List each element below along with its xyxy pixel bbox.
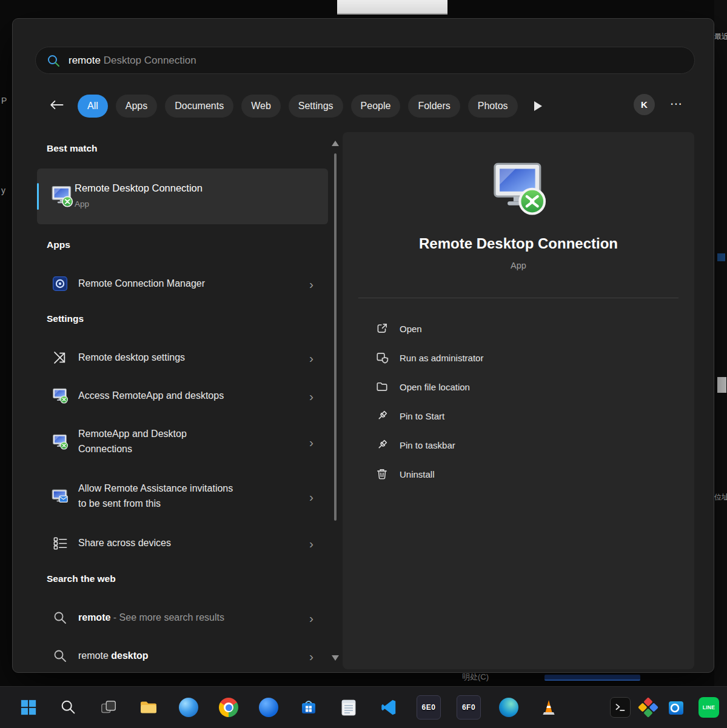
action-run-as-admin[interactable]: Run as administrator — [363, 343, 674, 372]
badge-text: 6F0 — [462, 703, 475, 712]
background-fragment: 明处(C) — [462, 672, 489, 683]
vscode-button[interactable] — [375, 694, 402, 721]
search-glyph-icon — [50, 646, 70, 666]
account-avatar[interactable]: K — [634, 94, 655, 115]
pin-icon — [375, 409, 389, 422]
search-input[interactable]: remote Desktop Connection — [35, 47, 695, 74]
background-fragment: 最近 — [714, 32, 727, 42]
section-heading-best-match: Best match — [47, 143, 98, 154]
admin-shield-icon — [375, 351, 389, 364]
suggestion-text: Desktop Connection — [101, 55, 196, 66]
result-label: Remote desktop settings — [78, 350, 185, 366]
vlc-button[interactable] — [535, 694, 562, 721]
store-button[interactable] — [295, 694, 322, 721]
best-match-title: Remote Desktop Connection — [75, 182, 203, 194]
desktop: 最近 位址 P y 明处(C) remote Desktop Connectio… — [0, 0, 727, 728]
scrollbar-thumb[interactable] — [334, 153, 337, 521]
blue-circle-app-button[interactable] — [255, 694, 282, 721]
rdp-app-icon-large — [487, 157, 550, 222]
line-icon: LINE — [699, 697, 719, 718]
action-label: Open file location — [400, 382, 470, 392]
search-icon — [59, 698, 78, 716]
background-link-fragment — [544, 675, 640, 681]
chevron-right-icon[interactable] — [309, 650, 313, 663]
overflow-menu-button[interactable] — [670, 96, 682, 111]
chevron-right-icon[interactable] — [309, 612, 313, 624]
windows-logo-icon — [20, 699, 37, 716]
remoteapp-icon — [50, 386, 70, 406]
tab-people[interactable]: People — [351, 95, 401, 118]
chevron-right-icon[interactable] — [309, 490, 313, 503]
background-window-strip — [714, 0, 727, 686]
tab-documents[interactable]: Documents — [165, 95, 233, 118]
chevron-right-icon[interactable] — [309, 352, 313, 364]
tab-folders[interactable]: Folders — [408, 95, 460, 118]
blue-circle-icon — [259, 698, 278, 717]
line-button[interactable]: LINE — [695, 694, 722, 721]
notepad-button[interactable] — [335, 694, 362, 721]
result-remote-desktop-settings[interactable]: Remote desktop settings — [37, 341, 328, 374]
app-badge-6e0-button[interactable]: 6E0 — [415, 694, 442, 721]
action-pin-to-taskbar[interactable]: Pin to taskbar — [363, 430, 674, 459]
background-fragment — [717, 377, 726, 393]
file-explorer-button[interactable] — [135, 694, 162, 721]
result-label: remote desktop — [78, 649, 149, 664]
result-remote-assistance[interactable]: Allow Remote Assistance invitations to b… — [37, 472, 328, 521]
action-pin-to-start[interactable]: Pin to Start — [363, 401, 674, 430]
background-fragment — [717, 253, 725, 261]
chevron-right-icon[interactable] — [309, 390, 313, 402]
action-label: Pin to Start — [400, 411, 444, 421]
taskbar-search-button[interactable] — [55, 694, 82, 721]
web-result-remote[interactable]: remote - See more search results — [37, 601, 328, 634]
result-label: remote - See more search results — [78, 610, 224, 626]
outlook-button[interactable] — [663, 694, 689, 721]
tab-photos[interactable]: Photos — [468, 95, 518, 118]
tab-apps[interactable]: Apps — [116, 95, 157, 118]
expand-filters-button[interactable] — [534, 101, 542, 111]
search-icon — [47, 54, 60, 67]
terminal-button[interactable] — [607, 694, 634, 721]
result-remote-connection-manager[interactable]: Remote Connection Manager — [37, 266, 328, 301]
best-match-item[interactable]: Remote Desktop Connection App — [37, 169, 328, 224]
tab-web[interactable]: Web — [241, 95, 281, 118]
action-open[interactable]: Open — [363, 314, 674, 343]
remote-connection-manager-icon — [50, 274, 70, 293]
vlc-cone-icon — [539, 698, 558, 717]
edge-sphere-app-button[interactable] — [175, 694, 202, 721]
taskbar: 6E0 6F0 — [0, 686, 727, 728]
open-icon — [375, 322, 389, 335]
result-label: Share across devices — [78, 536, 171, 551]
action-uninstall[interactable]: Uninstall — [363, 459, 674, 489]
chevron-right-icon[interactable] — [309, 278, 313, 290]
web-result-remote-desktop[interactable]: remote desktop — [37, 640, 328, 672]
result-access-remoteapp[interactable]: Access RemoteApp and desktops — [37, 379, 328, 412]
start-button[interactable] — [15, 694, 42, 721]
line-label: LINE — [703, 704, 715, 710]
result-share-across-devices[interactable]: Share across devices — [37, 527, 328, 559]
chevron-right-icon[interactable] — [309, 537, 313, 550]
remote-assistance-icon — [50, 487, 70, 506]
result-remoteapp-connections[interactable]: RemoteApp and Desktop Connections — [37, 418, 328, 466]
chrome-button[interactable] — [215, 694, 242, 721]
task-view-button[interactable] — [95, 694, 122, 721]
colorful-app-button[interactable] — [635, 694, 662, 721]
selection-accent-bar — [37, 183, 39, 210]
tab-all[interactable]: All — [78, 95, 108, 118]
app-badge-6f0-button[interactable]: 6F0 — [455, 694, 482, 721]
edge-button[interactable] — [495, 694, 522, 721]
search-glyph-icon — [50, 608, 70, 627]
edge-icon — [179, 698, 198, 717]
outlook-icon — [666, 698, 686, 717]
action-label: Open — [400, 324, 422, 334]
best-match-subtitle: App — [75, 199, 89, 209]
search-flyout: remote Desktop Connection All Apps Docum… — [12, 18, 714, 673]
scroll-down-button[interactable] — [332, 655, 339, 661]
typed-text: remote — [69, 55, 101, 66]
back-button[interactable] — [47, 95, 66, 115]
action-open-file-location[interactable]: Open file location — [363, 372, 674, 401]
background-fragment: 位址 — [714, 492, 727, 503]
folder-icon — [375, 380, 389, 393]
chevron-right-icon[interactable] — [309, 436, 313, 449]
scroll-up-button[interactable] — [332, 141, 339, 146]
tab-settings[interactable]: Settings — [289, 95, 343, 118]
